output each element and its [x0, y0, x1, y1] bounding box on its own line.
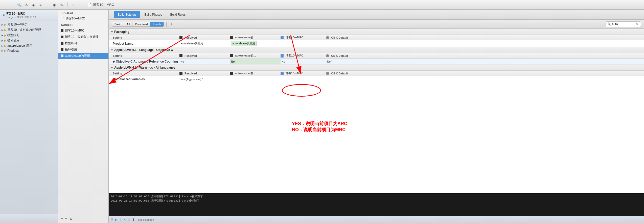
- nav-remove-btn[interactable]: −: [65, 216, 67, 221]
- breadcrumb: 📄 博客10—MRC: [87, 3, 114, 7]
- toolbar-icon-grid[interactable]: ⊞: [3, 2, 8, 7]
- project-icon: [281, 36, 284, 39]
- nav-project-item[interactable]: 📄 博客10—MRC: [58, 15, 108, 22]
- sidebar-item-products[interactable]: ▶ ▶ Products: [0, 48, 58, 53]
- col-resolved-label: Resolved: [185, 72, 197, 75]
- nav-settings-btn[interactable]: ⚙: [70, 217, 73, 221]
- toolbar-icon-list[interactable]: ≡: [38, 2, 43, 7]
- col-project-label: 博客10—MRC: [286, 54, 303, 58]
- packaging-section-header[interactable]: ▼ Packaging: [109, 29, 644, 35]
- filter-sep: [166, 22, 167, 27]
- tab-build-settings[interactable]: Build Settings: [114, 11, 140, 18]
- filter-combined[interactable]: Combined: [132, 22, 150, 26]
- cell-resolved-arc: No ⌃: [179, 59, 230, 64]
- nav-back-button[interactable]: ‹: [71, 2, 76, 7]
- tab-build-phases[interactable]: Build Phases: [140, 11, 166, 18]
- col-default-label: OS X Default: [331, 36, 348, 39]
- table-row-uninit: Uninitialized Variables Yes (Aggressive)…: [109, 76, 644, 82]
- autorelease-icon: [230, 36, 233, 39]
- nav-bottom-bar: + − ⚙: [58, 214, 108, 223]
- col-header-project: 博客10—MRC: [281, 36, 326, 39]
- filter-levels[interactable]: Levels: [150, 22, 164, 26]
- nav-target-5[interactable]: autorelease的应用: [58, 53, 108, 59]
- content-area: Build Settings Build Phases Build Rules …: [109, 10, 644, 223]
- sidebar-item-loop[interactable]: ▶ ▶ 循环引用: [0, 38, 58, 43]
- col-header-project: 博客10—MRC: [281, 54, 326, 58]
- arc-no-value: No: [231, 60, 235, 63]
- filter-all[interactable]: All: [124, 22, 132, 26]
- cell-autorelease-product[interactable]: autorelease的应用: [230, 40, 281, 47]
- search-clear-btn[interactable]: ✕: [636, 22, 639, 26]
- nav-target-3[interactable]: 模型练习: [58, 40, 108, 46]
- col-header-setting: Setting: [109, 72, 179, 75]
- cell-autorelease-arc[interactable]: No ⌃: [230, 59, 281, 64]
- sidebar-item-project[interactable]: ▶ ▶ 博客10—MRC: [0, 22, 58, 27]
- tab-bar: Build Settings Build Phases Build Rules: [109, 10, 644, 20]
- llvm-language-section-header[interactable]: ▼ Apple LLVM 6.1 - Language - Objective …: [109, 47, 644, 53]
- cell-value-green: autorelease的应用: [231, 41, 257, 46]
- col-header-default: OS X Default: [326, 36, 364, 39]
- col-header-resolved: Resolved: [179, 54, 230, 57]
- toolbar-icon-panel[interactable]: ⊡: [10, 2, 15, 7]
- toolbar-icon-circle[interactable]: ◉: [52, 2, 57, 7]
- col-header-setting: Setting: [109, 36, 179, 39]
- col-header-default: OS X Default: [326, 54, 364, 57]
- nav-target-4[interactable]: 循环引用: [58, 46, 108, 53]
- file-icon: 📄: [87, 3, 91, 7]
- bottom-toolbar: ▽ ▶ ⏸ △ ⬇ ⬆ No Selection: [109, 216, 644, 223]
- bottom-upload-icon[interactable]: ⬆: [132, 218, 135, 221]
- default-icon: [326, 36, 329, 39]
- col-header-setting: Setting: [109, 54, 179, 57]
- col-autorelease-label: autorelease的…: [235, 71, 256, 75]
- nav-target-1[interactable]: 博客10—MRC: [58, 27, 108, 34]
- col-headers-warnings: Setting Resolved autorelease的… 博客10—MRC …: [109, 71, 644, 76]
- bottom-download-icon[interactable]: ⬇: [128, 218, 130, 221]
- sidebar-label: 博客10—MRC: [7, 22, 27, 27]
- sidebar-label: 博客10—多对象内存管理: [7, 28, 41, 32]
- toolbar-icon-pencil[interactable]: ✎: [59, 2, 64, 7]
- stepper-uninit[interactable]: ⌃: [201, 78, 203, 80]
- bottom-status-text: No Selection: [138, 218, 154, 221]
- bottom-play-icon[interactable]: ▶: [115, 218, 117, 221]
- toolbar-icon-search[interactable]: 🔍: [17, 2, 22, 7]
- project-header[interactable]: ■ 博客10—MRC 5 targets, OS X SDK 10.10: [0, 10, 58, 21]
- toolbar-icon-diamond[interactable]: ◈: [31, 2, 36, 7]
- tab-build-rules[interactable]: Build Rules: [166, 11, 190, 18]
- filter-add-btn[interactable]: +: [169, 22, 174, 27]
- nav-target-label: 博客10—多对象内存管理: [65, 35, 99, 39]
- llvm-warnings-section-header[interactable]: ▼ Apple LLVM 6.1 - Warnings - All langua…: [109, 65, 644, 71]
- cell-setting-product-name: Product Name: [109, 41, 179, 46]
- filter-basic[interactable]: Basic: [112, 22, 124, 26]
- stepper-up3[interactable]: ⌃: [285, 60, 287, 63]
- section-title: Packaging: [114, 30, 129, 34]
- toolbar-icon-warning[interactable]: ⚠: [24, 2, 29, 7]
- col-headers-packaging: Setting Resolved autorelease的… 博客10—MRC …: [109, 35, 644, 40]
- folder-icon: ▶: [4, 23, 6, 26]
- stepper-up[interactable]: ⌃: [184, 60, 186, 63]
- col-resolved-label: Resolved: [185, 54, 197, 57]
- bottom-pause-icon[interactable]: ⏸: [119, 218, 122, 221]
- arrow-icon: ▶: [2, 39, 3, 42]
- sidebar-label: Products: [7, 49, 19, 52]
- nav-target-2[interactable]: 博客10—多对象内存管理: [58, 34, 108, 40]
- stepper-up4[interactable]: ⌃: [331, 60, 333, 63]
- bottom-filter-icon[interactable]: ▽: [111, 218, 113, 221]
- sidebar-label: 模型练习: [7, 33, 19, 37]
- sidebar-tree: ▶ ▶ 博客10—MRC ▶ ▶ 博客10—多对象内存管理 ▶ ▶ 模型练习 ▶…: [0, 21, 58, 214]
- stepper-up2[interactable]: ⌃: [235, 60, 237, 63]
- arrow-icon: ▶: [2, 34, 3, 37]
- nav-project-label: 博客10—MRC: [66, 16, 85, 21]
- nav-add-btn[interactable]: +: [61, 216, 63, 221]
- col-header-autorelease: autorelease的…: [230, 36, 281, 39]
- sidebar-item-autorelease[interactable]: ▶ ▶ autorelease的应用: [0, 43, 58, 48]
- nav-forward-button[interactable]: ›: [78, 2, 83, 7]
- col-autorelease-label: autorelease的…: [235, 36, 256, 39]
- toolbar-icon-arrow[interactable]: →: [45, 2, 50, 7]
- col-autorelease-label: autorelease的…: [235, 54, 256, 58]
- bottom-step-icon[interactable]: △: [124, 218, 126, 221]
- col-header-autorelease: autorelease的…: [230, 71, 281, 75]
- sidebar-item-model[interactable]: ▶ ▶ 模型练习: [0, 33, 58, 38]
- search-input[interactable]: [612, 22, 635, 26]
- log-line-1: 2015-08-25 17:53:09.667 循环引用[773:68831] …: [111, 194, 642, 199]
- sidebar-item-memory[interactable]: ▶ ▶ 博客10—多对象内存管理: [0, 27, 58, 33]
